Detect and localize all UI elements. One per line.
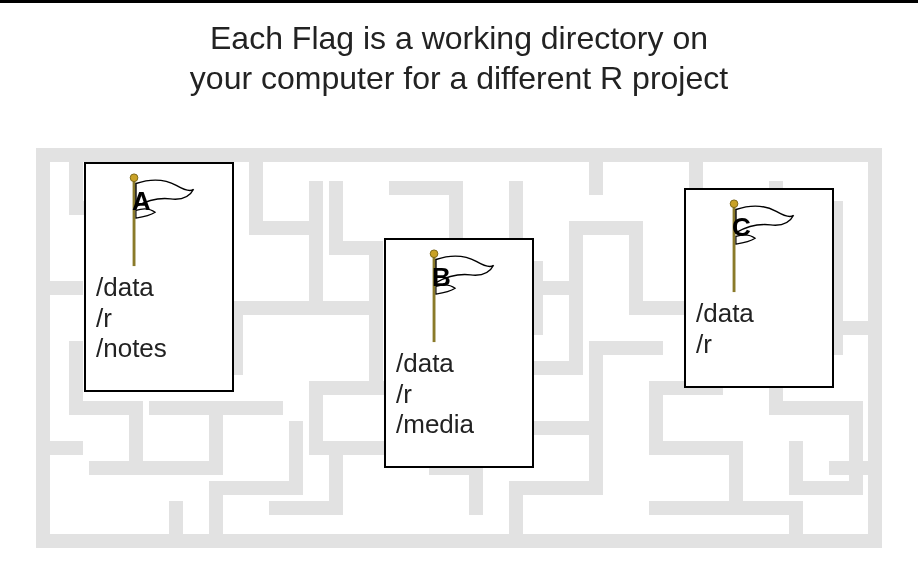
flag-icon <box>396 248 522 344</box>
top-border <box>0 0 918 3</box>
svg-point-1 <box>130 174 138 182</box>
flag-box-a: A /data /r /notes <box>84 162 234 392</box>
svg-point-5 <box>730 200 738 208</box>
dir-item: /data <box>96 272 222 303</box>
maze-background: A /data /r /notes B /data /r /media <box>36 148 882 548</box>
flag-c-letter: C <box>732 212 751 243</box>
svg-point-3 <box>430 250 438 258</box>
flag-b-dirs: /data /r /media <box>396 348 522 440</box>
diagram-title: Each Flag is a working directory on your… <box>0 18 918 98</box>
flag-box-b: B /data /r /media <box>384 238 534 468</box>
dir-item: /r <box>396 379 522 410</box>
flag-icon <box>696 198 822 294</box>
dir-item: /r <box>696 329 822 360</box>
flag-b-letter: B <box>432 262 451 293</box>
title-line-1: Each Flag is a working directory on <box>210 20 708 56</box>
title-line-2: your computer for a different R project <box>190 60 728 96</box>
flag-b-header: B <box>396 248 522 344</box>
flag-a-header: A <box>96 172 222 268</box>
dir-item: /data <box>696 298 822 329</box>
dir-item: /data <box>396 348 522 379</box>
flag-c-header: C <box>696 198 822 294</box>
dir-item: /media <box>396 409 522 440</box>
flag-a-dirs: /data /r /notes <box>96 272 222 364</box>
flag-c-dirs: /data /r <box>696 298 822 359</box>
flag-box-c: C /data /r <box>684 188 834 388</box>
flag-a-letter: A <box>132 186 151 217</box>
dir-item: /r <box>96 303 222 334</box>
flag-icon <box>96 172 222 268</box>
dir-item: /notes <box>96 333 222 364</box>
